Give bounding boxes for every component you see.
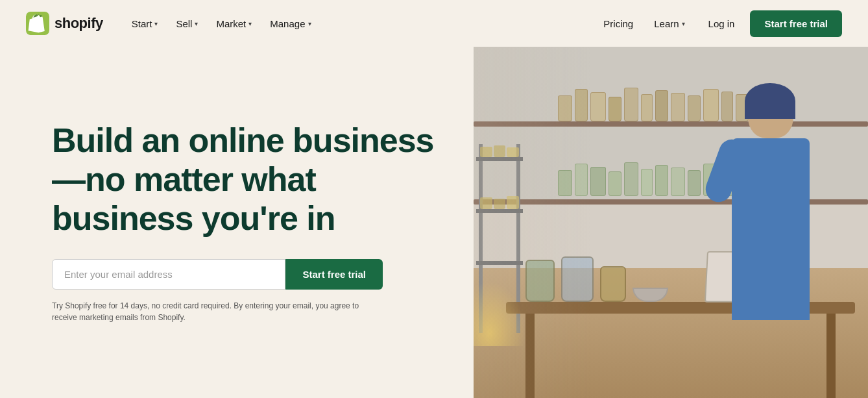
nav-market[interactable]: Market ▾ (208, 13, 259, 34)
light-source (474, 281, 525, 346)
nav-cta-button[interactable]: Start free trial (750, 10, 842, 37)
table-jar-1 (525, 260, 555, 302)
small-jar (480, 197, 492, 209)
jar (624, 88, 638, 121)
jar (688, 170, 701, 196)
jar (671, 93, 685, 121)
small-jar (480, 147, 492, 157)
jar (655, 90, 668, 121)
metal-board-3 (476, 261, 523, 265)
nav-learn[interactable]: Learn ▾ (646, 13, 692, 34)
table-jar-2 (561, 256, 594, 302)
jar (590, 92, 606, 121)
hero-image (474, 47, 868, 398)
nav-start[interactable]: Start ▾ (124, 13, 166, 34)
jar (641, 169, 653, 196)
metal-shelf-jars-1 (480, 144, 519, 157)
jar (590, 167, 606, 196)
primary-nav: Start ▾ Sell ▾ Market ▾ Manage ▾ (124, 13, 596, 34)
jar (558, 95, 572, 121)
email-input[interactable] (52, 259, 285, 290)
person-torso (732, 138, 810, 320)
email-form: Start free trial (52, 259, 383, 290)
small-jar (494, 199, 506, 209)
jar (671, 168, 685, 196)
hero-photo (474, 47, 868, 398)
metal-board-1 (476, 157, 523, 161)
hero-cta-button[interactable]: Start free trial (285, 259, 383, 290)
jar (558, 170, 572, 196)
jar (655, 165, 668, 196)
jar (609, 97, 621, 121)
nav-pricing[interactable]: Pricing (596, 13, 641, 34)
metal-shelf-jars-2 (480, 196, 519, 209)
jar (575, 164, 588, 196)
nav-sell[interactable]: Sell ▾ (168, 13, 206, 34)
chevron-down-icon: ▾ (308, 20, 311, 27)
small-jar (507, 196, 519, 209)
logo[interactable]: shopify (26, 12, 103, 35)
metal-board-2 (476, 209, 523, 213)
jar (688, 95, 701, 121)
chevron-down-icon: ▾ (248, 20, 252, 27)
hero-section: Build an online business —no matter what… (0, 47, 474, 398)
table-leg-right (826, 314, 836, 398)
shopify-logo-icon (26, 12, 49, 35)
chevron-down-icon: ▾ (154, 20, 158, 27)
chevron-down-icon: ▾ (195, 20, 198, 27)
table-leg-left (525, 314, 535, 398)
secondary-nav: Pricing Learn ▾ Log in Start free trial (596, 10, 842, 37)
jar (641, 94, 653, 121)
chevron-down-icon: ▾ (682, 20, 685, 27)
jar (609, 171, 621, 196)
small-jar (507, 147, 519, 157)
main-content: Build an online business —no matter what… (0, 47, 868, 398)
jar (575, 89, 588, 121)
nav-manage[interactable]: Manage ▾ (262, 13, 319, 34)
jar (624, 162, 638, 196)
table-jar-3 (600, 266, 626, 302)
small-jar (494, 145, 506, 157)
person (712, 86, 829, 320)
hero-headline: Build an online business —no matter what… (52, 121, 435, 238)
person-headwrap (745, 83, 795, 119)
disclaimer-text: Try Shopify free for 14 days, no credit … (52, 300, 370, 323)
nav-login[interactable]: Log in (698, 13, 745, 34)
navbar: shopify Start ▾ Sell ▾ Market ▾ Manage ▾… (0, 0, 868, 47)
brand-name: shopify (54, 15, 103, 32)
